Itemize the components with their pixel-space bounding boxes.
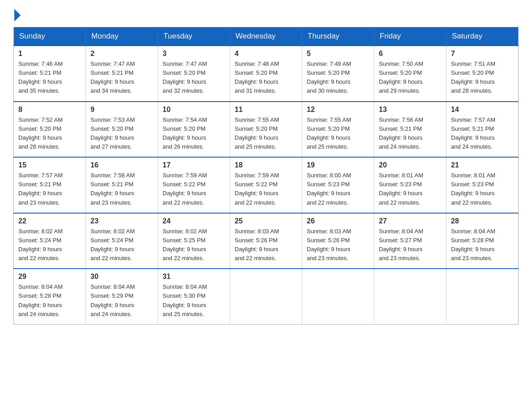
day-info: Sunrise: 7:57 AM Sunset: 5:21 PM Dayligh… — [451, 116, 514, 152]
calendar-week-row: 15 Sunrise: 7:57 AM Sunset: 5:21 PM Dayl… — [14, 157, 519, 213]
day-info: Sunrise: 7:55 AM Sunset: 5:20 PM Dayligh… — [235, 116, 297, 152]
calendar-cell: 23 Sunrise: 8:02 AM Sunset: 5:24 PM Dayl… — [86, 213, 158, 269]
calendar-cell: 25 Sunrise: 8:03 AM Sunset: 5:26 PM Dayl… — [230, 213, 302, 269]
day-info: Sunrise: 8:04 AM Sunset: 5:27 PM Dayligh… — [379, 227, 442, 263]
day-number: 31 — [163, 273, 225, 281]
calendar-header-tuesday: Tuesday — [158, 27, 230, 46]
day-info: Sunrise: 7:54 AM Sunset: 5:20 PM Dayligh… — [163, 116, 225, 152]
calendar-week-row: 8 Sunrise: 7:52 AM Sunset: 5:20 PM Dayli… — [14, 102, 519, 158]
logo-arrow-icon — [14, 9, 21, 21]
day-info: Sunrise: 7:58 AM Sunset: 5:21 PM Dayligh… — [90, 171, 153, 207]
day-info: Sunrise: 8:02 AM Sunset: 5:24 PM Dayligh… — [18, 227, 81, 263]
day-number: 20 — [379, 161, 442, 169]
day-number: 19 — [307, 161, 369, 169]
day-info: Sunrise: 7:57 AM Sunset: 5:21 PM Dayligh… — [18, 171, 81, 207]
calendar-cell: 31 Sunrise: 8:04 AM Sunset: 5:30 PM Dayl… — [158, 269, 230, 324]
calendar-cell: 21 Sunrise: 8:01 AM Sunset: 5:23 PM Dayl… — [446, 157, 519, 213]
calendar-week-row: 29 Sunrise: 8:04 AM Sunset: 5:28 PM Dayl… — [14, 269, 519, 324]
day-number: 27 — [379, 217, 442, 225]
day-number: 2 — [90, 50, 153, 58]
calendar-header-sunday: Sunday — [14, 27, 86, 46]
calendar-cell: 10 Sunrise: 7:54 AM Sunset: 5:20 PM Dayl… — [158, 102, 230, 158]
day-number: 4 — [235, 50, 297, 58]
calendar-cell: 2 Sunrise: 7:47 AM Sunset: 5:21 PM Dayli… — [86, 46, 158, 102]
day-info: Sunrise: 7:47 AM Sunset: 5:20 PM Dayligh… — [163, 60, 225, 96]
day-number: 9 — [90, 106, 153, 114]
day-info: Sunrise: 7:48 AM Sunset: 5:20 PM Dayligh… — [235, 60, 297, 96]
day-info: Sunrise: 8:00 AM Sunset: 5:23 PM Dayligh… — [307, 171, 369, 207]
calendar-cell: 12 Sunrise: 7:55 AM Sunset: 5:20 PM Dayl… — [302, 102, 374, 158]
day-number: 26 — [307, 217, 369, 225]
day-number: 30 — [90, 273, 153, 281]
day-info: Sunrise: 7:53 AM Sunset: 5:20 PM Dayligh… — [90, 116, 153, 152]
day-info: Sunrise: 7:59 AM Sunset: 5:22 PM Dayligh… — [163, 171, 225, 207]
logo — [13, 9, 21, 18]
calendar-table: SundayMondayTuesdayWednesdayThursdayFrid… — [13, 27, 519, 325]
calendar-cell: 13 Sunrise: 7:56 AM Sunset: 5:21 PM Dayl… — [374, 102, 446, 158]
calendar-cell: 17 Sunrise: 7:59 AM Sunset: 5:22 PM Dayl… — [158, 157, 230, 213]
calendar-cell: 30 Sunrise: 8:04 AM Sunset: 5:29 PM Dayl… — [86, 269, 158, 324]
day-info: Sunrise: 7:49 AM Sunset: 5:20 PM Dayligh… — [307, 60, 369, 96]
day-number: 14 — [451, 106, 514, 114]
day-info: Sunrise: 8:02 AM Sunset: 5:24 PM Dayligh… — [90, 227, 153, 263]
day-info: Sunrise: 8:04 AM Sunset: 5:30 PM Dayligh… — [163, 283, 225, 319]
day-number: 7 — [451, 50, 514, 58]
day-number: 6 — [379, 50, 442, 58]
calendar-cell: 14 Sunrise: 7:57 AM Sunset: 5:21 PM Dayl… — [446, 102, 519, 158]
calendar-cell: 7 Sunrise: 7:51 AM Sunset: 5:20 PM Dayli… — [446, 46, 519, 102]
day-info: Sunrise: 8:04 AM Sunset: 5:28 PM Dayligh… — [451, 227, 514, 263]
calendar-cell: 20 Sunrise: 8:01 AM Sunset: 5:23 PM Dayl… — [374, 157, 446, 213]
calendar-cell: 16 Sunrise: 7:58 AM Sunset: 5:21 PM Dayl… — [86, 157, 158, 213]
calendar-cell: 22 Sunrise: 8:02 AM Sunset: 5:24 PM Dayl… — [14, 213, 86, 269]
day-number: 17 — [163, 161, 225, 169]
calendar-cell: 15 Sunrise: 7:57 AM Sunset: 5:21 PM Dayl… — [14, 157, 86, 213]
calendar-header-wednesday: Wednesday — [230, 27, 302, 46]
day-number: 24 — [163, 217, 225, 225]
day-number: 13 — [379, 106, 442, 114]
day-info: Sunrise: 8:04 AM Sunset: 5:29 PM Dayligh… — [90, 283, 153, 319]
day-number: 1 — [18, 50, 81, 58]
calendar-cell: 6 Sunrise: 7:50 AM Sunset: 5:20 PM Dayli… — [374, 46, 446, 102]
day-info: Sunrise: 7:52 AM Sunset: 5:20 PM Dayligh… — [18, 116, 81, 152]
day-number: 5 — [307, 50, 369, 58]
calendar-cell: 27 Sunrise: 8:04 AM Sunset: 5:27 PM Dayl… — [374, 213, 446, 269]
day-number: 3 — [163, 50, 225, 58]
day-number: 29 — [18, 273, 81, 281]
day-number: 25 — [235, 217, 297, 225]
calendar-cell: 26 Sunrise: 8:03 AM Sunset: 5:26 PM Dayl… — [302, 213, 374, 269]
calendar-cell: 1 Sunrise: 7:46 AM Sunset: 5:21 PM Dayli… — [14, 46, 86, 102]
calendar-cell — [374, 269, 446, 324]
day-info: Sunrise: 8:02 AM Sunset: 5:25 PM Dayligh… — [163, 227, 225, 263]
day-info: Sunrise: 8:01 AM Sunset: 5:23 PM Dayligh… — [379, 171, 442, 207]
calendar-cell: 19 Sunrise: 8:00 AM Sunset: 5:23 PM Dayl… — [302, 157, 374, 213]
calendar-cell: 3 Sunrise: 7:47 AM Sunset: 5:20 PM Dayli… — [158, 46, 230, 102]
day-number: 11 — [235, 106, 297, 114]
day-number: 8 — [18, 106, 81, 114]
calendar-cell: 28 Sunrise: 8:04 AM Sunset: 5:28 PM Dayl… — [446, 213, 519, 269]
calendar-cell: 4 Sunrise: 7:48 AM Sunset: 5:20 PM Dayli… — [230, 46, 302, 102]
calendar-cell: 24 Sunrise: 8:02 AM Sunset: 5:25 PM Dayl… — [158, 213, 230, 269]
calendar-cell: 11 Sunrise: 7:55 AM Sunset: 5:20 PM Dayl… — [230, 102, 302, 158]
calendar-cell: 9 Sunrise: 7:53 AM Sunset: 5:20 PM Dayli… — [86, 102, 158, 158]
calendar-cell: 5 Sunrise: 7:49 AM Sunset: 5:20 PM Dayli… — [302, 46, 374, 102]
calendar-header-saturday: Saturday — [446, 27, 519, 46]
day-number: 10 — [163, 106, 225, 114]
calendar-cell — [302, 269, 374, 324]
calendar-header-friday: Friday — [374, 27, 446, 46]
calendar-cell — [230, 269, 302, 324]
calendar-cell: 8 Sunrise: 7:52 AM Sunset: 5:20 PM Dayli… — [14, 102, 86, 158]
calendar-week-row: 22 Sunrise: 8:02 AM Sunset: 5:24 PM Dayl… — [14, 213, 519, 269]
day-number: 18 — [235, 161, 297, 169]
day-number: 16 — [90, 161, 153, 169]
day-info: Sunrise: 8:01 AM Sunset: 5:23 PM Dayligh… — [451, 171, 514, 207]
page-header — [13, 9, 519, 18]
calendar-cell: 29 Sunrise: 8:04 AM Sunset: 5:28 PM Dayl… — [14, 269, 86, 324]
calendar-week-row: 1 Sunrise: 7:46 AM Sunset: 5:21 PM Dayli… — [14, 46, 519, 102]
day-number: 22 — [18, 217, 81, 225]
day-info: Sunrise: 7:47 AM Sunset: 5:21 PM Dayligh… — [90, 60, 153, 96]
calendar-header-monday: Monday — [86, 27, 158, 46]
calendar-cell — [446, 269, 519, 324]
day-info: Sunrise: 7:51 AM Sunset: 5:20 PM Dayligh… — [451, 60, 514, 96]
day-info: Sunrise: 7:59 AM Sunset: 5:22 PM Dayligh… — [235, 171, 297, 207]
day-number: 28 — [451, 217, 514, 225]
